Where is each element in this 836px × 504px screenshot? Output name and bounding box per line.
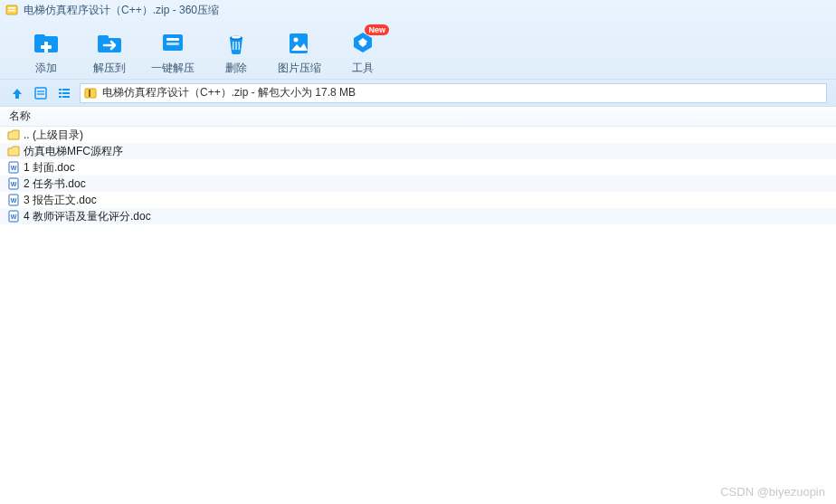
svg-rect-10 bbox=[166, 38, 179, 41]
quick-extract-icon bbox=[157, 28, 188, 57]
path-input[interactable]: 电梯仿真程序设计（C++）.zip - 解包大小为 17.8 MB bbox=[80, 83, 827, 103]
view-detail-icon[interactable] bbox=[33, 85, 49, 101]
toolbar-label: 添加 bbox=[35, 61, 57, 76]
title-bar: 电梯仿真程序设计（C++）.zip - 360压缩 bbox=[0, 0, 836, 20]
window-title: 电梯仿真程序设计（C++）.zip - 360压缩 bbox=[24, 3, 219, 18]
up-icon[interactable] bbox=[9, 85, 25, 101]
svg-rect-22 bbox=[62, 92, 70, 94]
add-icon bbox=[31, 28, 62, 57]
svg-rect-11 bbox=[166, 43, 179, 45]
svg-rect-8 bbox=[98, 35, 109, 41]
svg-text:W: W bbox=[11, 181, 17, 187]
view-list-icon[interactable] bbox=[56, 85, 72, 101]
svg-rect-24 bbox=[62, 96, 70, 98]
svg-text:W: W bbox=[11, 165, 17, 171]
new-badge: New bbox=[365, 24, 389, 35]
zip-icon bbox=[84, 87, 97, 100]
svg-rect-21 bbox=[59, 92, 62, 94]
image-compress-icon bbox=[284, 28, 315, 57]
svg-rect-2 bbox=[8, 10, 15, 12]
add-button[interactable]: 添加 bbox=[16, 28, 76, 76]
file-name: 仿真电梯MFC源程序 bbox=[24, 144, 123, 159]
column-name: 名称 bbox=[9, 109, 31, 124]
svg-text:W: W bbox=[11, 197, 17, 204]
quick-extract-button[interactable]: 一键解压 bbox=[143, 28, 203, 76]
list-item[interactable]: W 2 任务书.doc bbox=[0, 176, 836, 192]
file-name: 1 封面.doc bbox=[24, 160, 75, 176]
app-icon bbox=[5, 4, 18, 16]
doc-icon: W bbox=[7, 177, 20, 190]
doc-icon: W bbox=[7, 161, 20, 174]
list-item-up[interactable]: .. (上级目录) bbox=[0, 127, 836, 143]
delete-button[interactable]: 删除 bbox=[206, 28, 266, 76]
svg-rect-4 bbox=[34, 34, 45, 40]
toolbar-label: 一键解压 bbox=[151, 61, 195, 76]
folder-icon bbox=[7, 128, 20, 141]
doc-icon: W bbox=[7, 210, 20, 223]
file-name: 3 报告正文.doc bbox=[24, 193, 97, 208]
list-item[interactable]: W 3 报告正文.doc bbox=[0, 192, 836, 208]
file-name: 4 教师评语及量化评分.doc bbox=[24, 209, 151, 224]
toolbar-label: 工具 bbox=[352, 61, 374, 76]
list-item-folder[interactable]: 仿真电梯MFC源程序 bbox=[0, 143, 836, 159]
svg-rect-19 bbox=[59, 89, 62, 90]
toolbar: 添加 解压到 一键解压 删除 图片压缩 New 工具 bbox=[0, 20, 836, 80]
svg-point-13 bbox=[232, 36, 241, 39]
list-item[interactable]: W 1 封面.doc bbox=[0, 159, 836, 176]
file-name: .. (上级目录) bbox=[24, 128, 83, 143]
toolbar-label: 解压到 bbox=[93, 61, 126, 76]
extract-to-button[interactable]: 解压到 bbox=[80, 28, 139, 76]
image-compress-button[interactable]: 图片压缩 bbox=[270, 28, 329, 76]
nav-bar: 电梯仿真程序设计（C++）.zip - 解包大小为 17.8 MB bbox=[0, 80, 836, 107]
doc-icon: W bbox=[7, 194, 20, 206]
delete-icon bbox=[221, 28, 252, 57]
svg-rect-23 bbox=[59, 96, 62, 98]
toolbar-label: 图片压缩 bbox=[278, 61, 321, 76]
tools-button[interactable]: New 工具 bbox=[333, 28, 393, 76]
file-list: .. (上级目录) 仿真电梯MFC源程序 W 1 封面.doc W 2 任务书.… bbox=[0, 127, 836, 232]
svg-rect-26 bbox=[89, 90, 90, 97]
folder-icon bbox=[7, 145, 20, 157]
watermark: CSDN @biyezuopin bbox=[720, 485, 825, 499]
svg-rect-6 bbox=[41, 45, 52, 49]
svg-text:W: W bbox=[11, 214, 17, 220]
path-text: 电梯仿真程序设计（C++）.zip - 解包大小为 17.8 MB bbox=[102, 85, 356, 100]
column-header[interactable]: 名称 bbox=[0, 107, 836, 127]
svg-point-15 bbox=[294, 38, 299, 43]
file-name: 2 任务书.doc bbox=[24, 176, 86, 192]
extract-to-icon bbox=[94, 28, 125, 57]
list-item[interactable]: W 4 教师评语及量化评分.doc bbox=[0, 208, 836, 224]
svg-rect-16 bbox=[35, 88, 46, 99]
svg-rect-20 bbox=[62, 89, 70, 90]
svg-rect-1 bbox=[8, 7, 15, 9]
toolbar-label: 删除 bbox=[225, 61, 247, 76]
